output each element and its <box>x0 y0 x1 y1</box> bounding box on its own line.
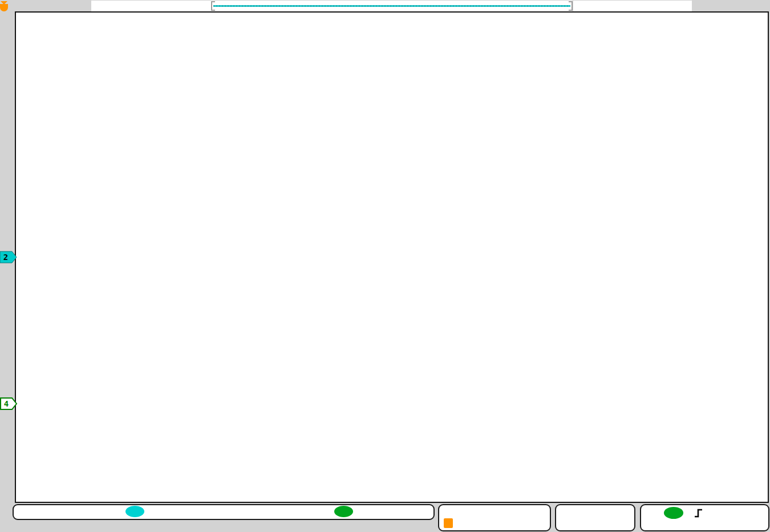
record-view-left-bracket <box>211 1 215 11</box>
channel-readout-box[interactable] <box>13 504 435 520</box>
top-readout-box-left <box>91 1 211 11</box>
channel-2-ref-label: 2 <box>3 253 8 262</box>
horizontal-position-bar[interactable] <box>211 1 573 11</box>
channel-4-ref-label: 4 <box>4 399 9 408</box>
waveform-plot <box>16 13 768 502</box>
oscilloscope-screen: 2 4 <box>0 0 770 532</box>
trigger-t-icon <box>444 518 453 528</box>
record-view-line-dash <box>213 6 570 6</box>
top-readout-box-right <box>573 1 692 11</box>
channel-4-ref-marker[interactable]: 4 <box>0 397 18 411</box>
ch4-badge[interactable] <box>334 506 353 517</box>
trigger-source-readout-box[interactable] <box>640 504 769 531</box>
acquisition-readout-box[interactable] <box>555 504 635 531</box>
trigger-source-badge[interactable] <box>664 507 683 519</box>
ch2-badge[interactable] <box>125 506 144 517</box>
graticule <box>15 11 769 503</box>
record-view-right-bracket <box>569 1 573 11</box>
trigger-marker-t-icon <box>0 4 8 11</box>
rising-edge-slope-icon <box>694 507 704 519</box>
horizontal-trigger-readout-box[interactable] <box>438 504 551 531</box>
channel-2-ref-marker[interactable]: 2 <box>0 250 18 264</box>
trigger-position-bar-marker[interactable] <box>0 1 8 11</box>
